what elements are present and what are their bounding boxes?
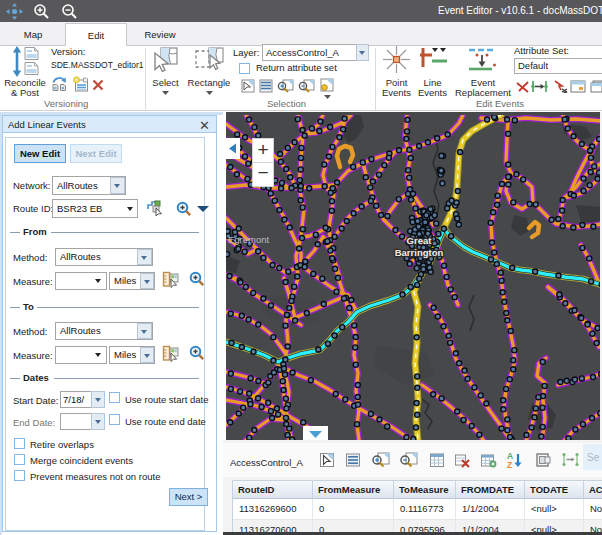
svg-text:Great: Great [407, 235, 433, 246]
svg-text:Barrington: Barrington [395, 247, 444, 258]
svg-text:Egremont: Egremont [228, 234, 270, 245]
svg-text:Z: Z [507, 460, 512, 469]
